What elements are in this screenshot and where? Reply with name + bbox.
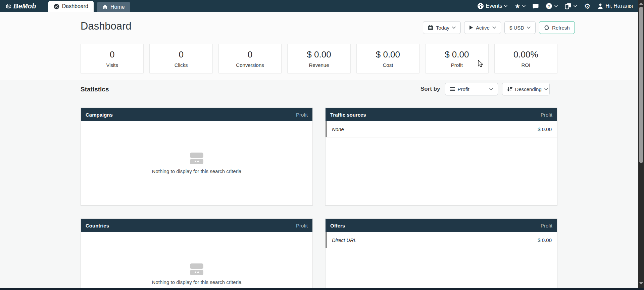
refresh-label: Refresh (552, 25, 570, 31)
bottom-window-edge (0, 288, 644, 290)
feedback-button[interactable] (533, 3, 539, 9)
tab-strip: Dashboard Home (48, 0, 130, 12)
bemob-logo[interactable]: BeMob (5, 0, 36, 12)
panel-countries: Countries Profit Nothing to display for … (81, 218, 313, 290)
summary-cards: 0 Visits 0 Clicks 0 Conversions $ 0.00 R… (81, 44, 557, 73)
server-empty-icon (190, 153, 203, 164)
empty-state: Nothing to display for this search crite… (81, 121, 312, 205)
sort-field-select[interactable]: Profit (445, 83, 498, 95)
refresh-icon (544, 25, 549, 30)
sort-direction-select[interactable]: Descending (502, 83, 550, 95)
home-icon (102, 4, 108, 9)
panel-metric-label: Profit (541, 223, 552, 229)
status-filter-label: Active (476, 25, 490, 31)
events-menu[interactable]: Events (477, 3, 508, 9)
empty-state-text: Nothing to display for this search crite… (152, 279, 242, 285)
status-filter-button[interactable]: Active (464, 21, 501, 34)
dashboard-header-section: Dashboard Today Active (0, 12, 638, 80)
apps-menu[interactable] (565, 3, 577, 9)
panel-campaigns: Campaigns Profit Nothing to display for … (81, 108, 313, 206)
tab-home-label: Home (110, 4, 125, 10)
panel-countries-header: Countries Profit (81, 219, 312, 232)
stat-label: Clicks (175, 62, 188, 68)
user-icon (597, 3, 603, 9)
topbar-actions: Events ★ ? (477, 0, 633, 12)
sort-direction-value: Descending (515, 86, 542, 92)
panel-offers-body: Direct URL $ 0.00 (326, 232, 557, 290)
scrollbar-thumb[interactable] (639, 7, 643, 163)
play-icon (469, 25, 473, 30)
panel-traffic-body: None $ 0.00 (326, 121, 557, 205)
stat-card-clicks: 0 Clicks (149, 44, 212, 73)
panel-traffic-sources: Traffic sources Profit None $ 0.00 (325, 108, 557, 206)
chevron-down-icon (452, 27, 456, 29)
help-menu[interactable]: ? (546, 3, 558, 9)
panel-title: Countries (86, 223, 109, 229)
chevron-down-icon (527, 27, 531, 29)
events-gauge-icon (477, 3, 484, 9)
scroll-up-arrow[interactable] (638, 1, 644, 6)
statistics-header: Statistics Sort by Profit (0, 81, 638, 104)
page-title: Dashboard (81, 20, 132, 32)
panel-title: Campaigns (86, 112, 113, 118)
stat-label: Cost (383, 62, 393, 68)
chevron-down-icon (554, 5, 558, 7)
row-value: $ 0.00 (538, 126, 552, 132)
vertical-scrollbar[interactable] (638, 0, 644, 290)
currency-label: $ USD (509, 25, 524, 31)
row-name: Direct URL (332, 237, 356, 243)
stat-card-conversions: 0 Conversions (218, 44, 282, 73)
speedometer-icon (54, 4, 59, 9)
stat-value: 0 (110, 49, 114, 60)
row-value: $ 0.00 (538, 237, 552, 243)
sort-by-label: Sort by (420, 86, 440, 92)
stat-value: $ 0.00 (307, 49, 331, 60)
stat-card-cost: $ 0.00 Cost (356, 44, 419, 73)
stat-value: 0.00% (513, 49, 538, 60)
stat-card-profit: $ 0.00 Profit (425, 44, 488, 73)
dashboard-toolbar: Today Active $ USD (423, 21, 575, 34)
events-label: Events (486, 3, 502, 9)
empty-state-text: Nothing to display for this search crite… (152, 168, 242, 174)
svg-text:?: ? (548, 4, 550, 9)
panel-countries-body: Nothing to display for this search crite… (81, 232, 312, 290)
refresh-button[interactable]: Refresh (539, 21, 575, 34)
stat-value: 0 (179, 49, 183, 60)
gear-icon: ⚙ (584, 3, 590, 10)
chevron-down-icon (574, 5, 577, 7)
bemob-logo-text: BeMob (13, 2, 36, 10)
stat-card-revenue: $ 0.00 Revenue (287, 44, 350, 73)
chat-icon (533, 3, 539, 9)
date-range-button[interactable]: Today (423, 21, 461, 34)
statistics-heading: Statistics (81, 86, 109, 93)
tab-dashboard[interactable]: Dashboard (48, 1, 94, 12)
table-row[interactable]: None $ 0.00 (326, 121, 557, 137)
stat-label: Revenue (309, 62, 329, 68)
panel-campaigns-header: Campaigns Profit (81, 108, 312, 121)
chevron-down-icon (489, 88, 493, 90)
stat-label: Conversions (236, 62, 264, 68)
star-icon: ★ (514, 3, 520, 9)
table-row[interactable]: Direct URL $ 0.00 (326, 232, 557, 248)
panel-metric-label: Profit (296, 223, 308, 229)
user-menu[interactable]: Hi, Наталія (597, 3, 633, 9)
help-icon: ? (546, 3, 552, 9)
panel-traffic-header: Traffic sources Profit (326, 108, 557, 121)
tab-home[interactable]: Home (97, 2, 130, 12)
sort-field-value: Profit (458, 86, 469, 92)
settings-button[interactable]: ⚙ (584, 3, 590, 10)
panel-offers: Offers Profit Direct URL $ 0.00 (325, 218, 557, 290)
sort-controls: Sort by Profit (420, 83, 550, 95)
empty-state: Nothing to display for this search crite… (81, 232, 312, 290)
row-name: None (332, 126, 344, 132)
favorites-menu[interactable]: ★ (514, 3, 526, 9)
panel-metric-label: Profit (296, 112, 308, 118)
currency-button[interactable]: $ USD (504, 21, 536, 34)
chevron-down-icon (492, 27, 496, 29)
scroll-down-arrow[interactable] (638, 281, 644, 286)
mouse-cursor (478, 60, 484, 68)
user-greeting: Hi, Наталія (605, 3, 633, 9)
panel-offers-header: Offers Profit (326, 219, 557, 232)
sort-descending-icon (507, 87, 512, 91)
devices-icon (565, 3, 572, 9)
